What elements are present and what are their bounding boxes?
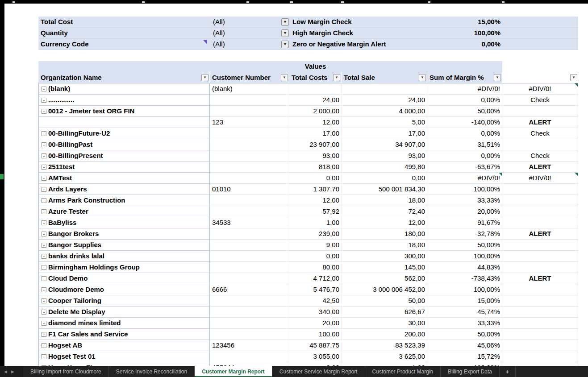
customer-number-cell[interactable] (210, 162, 289, 173)
org-name-cell[interactable]: -00-BillingFuture-U2 (38, 128, 210, 139)
total-sale-cell[interactable]: 72,40 (342, 206, 427, 217)
org-name-cell[interactable]: -AMTest (38, 173, 210, 184)
filter-total-cost[interactable]: (All) ▼ (210, 17, 289, 28)
total-sale-cell[interactable]: 626,67 (342, 307, 427, 318)
check-cell[interactable]: ALERT (502, 162, 578, 173)
sheet-tab[interactable]: Billing Export Data (441, 366, 500, 377)
check-cell[interactable] (502, 318, 578, 329)
sheet-tab[interactable]: Customer Margin Report (195, 366, 272, 377)
collapse-button[interactable]: - (42, 310, 46, 315)
org-name-cell[interactable]: -Hogset Test 01 (38, 351, 210, 362)
filter-dropdown-icon[interactable]: ▼ (281, 18, 289, 26)
total-costs-cell[interactable]: 239,00 (289, 228, 342, 240)
total-costs-cell[interactable]: 9,00 (289, 240, 342, 251)
check-cell[interactable]: ALERT (502, 117, 578, 128)
check-value-high-margin[interactable]: 100,00% (427, 28, 502, 39)
next-sheet-icon[interactable]: ▶ (11, 369, 14, 374)
check-cell[interactable] (502, 262, 578, 273)
margin-cell[interactable]: -32,78% (427, 228, 502, 240)
total-sale-cell[interactable]: 499,80 (342, 162, 427, 173)
collapse-button[interactable]: - (42, 109, 46, 114)
org-name-cell[interactable]: -00-BillingPast (38, 139, 210, 150)
check-cell[interactable] (502, 284, 578, 295)
total-sale-cell[interactable]: 200,00 (342, 329, 427, 340)
total-costs-cell[interactable]: 5 476,70 (289, 284, 342, 295)
collapse-button[interactable]: - (42, 209, 46, 214)
total-sale-cell[interactable]: 0,00 (342, 173, 427, 184)
check-cell[interactable] (502, 251, 578, 262)
org-name-cell[interactable]: -2511test (38, 162, 210, 173)
total-sale-cell[interactable]: 3 000 006 452,00 (342, 284, 427, 295)
sheet-tab[interactable]: Service Invoice Reconciliation (109, 366, 195, 377)
customer-number-cell[interactable]: 01010 (210, 184, 289, 195)
total-sale-cell[interactable]: 145,00 (342, 262, 427, 273)
check-cell[interactable]: Check (502, 128, 578, 139)
margin-cell[interactable]: 31,51% (427, 139, 502, 150)
header-customer-number[interactable]: Customer Number ▼ (210, 72, 289, 83)
margin-cell[interactable]: 50,00% (427, 240, 502, 251)
org-name-cell[interactable]: -Cloudmore Demo (38, 284, 210, 295)
total-sale-cell[interactable]: 83 523,39 (342, 340, 427, 351)
margin-cell[interactable]: -63,67% (427, 162, 502, 173)
customer-number-cell[interactable] (210, 307, 289, 318)
check-cell[interactable] (502, 351, 578, 362)
total-costs-cell[interactable]: 2 000,00 (289, 106, 342, 117)
check-cell[interactable] (502, 139, 578, 150)
check-cell[interactable]: ALERT (502, 273, 578, 284)
total-costs-cell[interactable]: 57,92 (289, 206, 342, 217)
check-value-zero-negative[interactable]: 0,00% (427, 39, 502, 50)
margin-cell[interactable]: #DIV/0! (427, 83, 502, 95)
total-sale-cell[interactable]: 17,00 (342, 128, 427, 139)
check-value-low-margin[interactable]: 15,00% (427, 17, 502, 28)
check-cell[interactable] (502, 195, 578, 206)
margin-cell[interactable]: 20,00% (427, 206, 502, 217)
customer-number-cell[interactable]: 455644 (210, 362, 289, 366)
collapse-button[interactable]: - (42, 142, 46, 147)
header-filter-dropdown-icon[interactable]: ▼ (570, 74, 577, 81)
check-cell[interactable] (502, 106, 578, 117)
total-sale-cell[interactable]: 93,00 (342, 150, 427, 162)
total-costs-cell[interactable]: 340,00 (289, 307, 342, 318)
customer-number-cell[interactable] (210, 173, 289, 184)
check-cell[interactable] (502, 307, 578, 318)
total-sale-cell[interactable]: 5,00 (342, 117, 427, 128)
org-name-cell[interactable]: -Bangor Supplies (38, 240, 210, 251)
total-costs-cell[interactable]: 3 055,00 (289, 351, 342, 362)
margin-cell[interactable]: 15,72% (427, 351, 502, 362)
margin-cell[interactable]: 45,06% (427, 340, 502, 351)
org-name-cell[interactable]: -.............. (38, 95, 210, 106)
filter-dropdown-icon[interactable]: ▼ (281, 29, 289, 37)
total-sale-cell[interactable]: 500 001 834,30 (342, 184, 427, 195)
total-costs-cell[interactable]: 12,00 (289, 195, 342, 206)
total-costs-cell[interactable]: 100,00 (289, 329, 342, 340)
org-name-cell[interactable]: -Hogset AB (38, 340, 210, 351)
total-costs-cell[interactable]: 1,00 (289, 217, 342, 228)
header-filter-dropdown-icon[interactable]: ▼ (419, 74, 426, 81)
collapse-button[interactable]: - (42, 187, 46, 192)
margin-cell[interactable]: 44,83% (427, 262, 502, 273)
total-sale-cell[interactable]: 3 625,00 (342, 351, 427, 362)
header-filter-dropdown-icon[interactable]: ▼ (281, 74, 288, 81)
org-name-cell[interactable]: -(blank) (38, 83, 210, 95)
total-costs-cell[interactable]: 0,00 (289, 362, 342, 366)
check-cell[interactable] (502, 240, 578, 251)
margin-cell[interactable]: 100,00% (427, 362, 502, 366)
total-costs-cell[interactable]: 42,50 (289, 295, 342, 307)
total-costs-cell[interactable]: 17,00 (289, 128, 342, 139)
margin-cell[interactable]: 100,00% (427, 184, 502, 195)
check-cell[interactable] (502, 362, 578, 366)
org-name-cell[interactable]: -Hong Kong Fi (38, 362, 210, 366)
customer-number-cell[interactable] (210, 195, 289, 206)
total-sale-cell[interactable]: 180,00 (342, 228, 427, 240)
check-cell[interactable] (502, 184, 578, 195)
tab-nav-arrows[interactable]: ◀ ▶ (0, 366, 23, 377)
total-sale-cell[interactable]: 18,00 (342, 240, 427, 251)
total-costs-cell[interactable]: 24,00 (289, 95, 342, 106)
org-name-cell[interactable]: -F1 Car Sales and Service (38, 329, 210, 340)
margin-cell[interactable]: 0,00% (427, 128, 502, 139)
customer-number-cell[interactable]: 34533 (210, 217, 289, 228)
total-costs-cell[interactable]: 4 712,00 (289, 273, 342, 284)
collapse-button[interactable]: - (42, 321, 46, 326)
check-cell[interactable]: #DIV/0! (502, 83, 578, 95)
margin-cell[interactable]: 0,00% (427, 150, 502, 162)
